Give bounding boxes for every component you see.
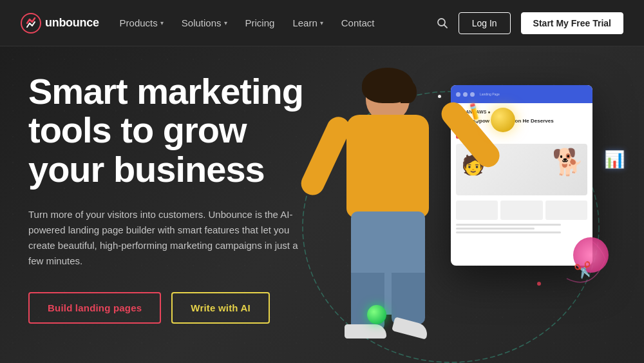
mockup-top-bar: Landing Page bbox=[451, 85, 592, 103]
hero-section: Smart marketing tools to grow your busin… bbox=[0, 46, 644, 363]
mockup-sections bbox=[456, 201, 587, 220]
nav-solutions[interactable]: Solutions ▾ bbox=[182, 17, 227, 28]
logo-link[interactable]: unbounce bbox=[21, 13, 99, 34]
trial-button[interactable]: Start My Free Trial bbox=[521, 12, 623, 34]
mockup-url-bar: Landing Page bbox=[480, 92, 500, 96]
hero-subtext: Turn more of your visitors into customer… bbox=[28, 207, 299, 269]
nav-products[interactable]: Products ▾ bbox=[120, 17, 164, 28]
hair bbox=[362, 68, 413, 103]
shoe-left bbox=[345, 324, 386, 338]
logo-icon bbox=[21, 13, 41, 34]
build-pages-button[interactable]: Build landing pages bbox=[28, 292, 161, 324]
hero-visual: ✏️ ✂️ 📊 Landing Page URBAN PAWS ● Give P… bbox=[283, 46, 644, 363]
nav-links: Products ▾ Solutions ▾ Pricing Learn ▾ C… bbox=[120, 17, 437, 28]
write-ai-button[interactable]: Write with AI bbox=[171, 292, 270, 324]
mockup-footer bbox=[456, 224, 587, 233]
chevron-down-icon: ▾ bbox=[224, 19, 227, 26]
search-button[interactable] bbox=[437, 17, 448, 29]
chevron-down-icon: ▾ bbox=[320, 19, 323, 26]
nav-actions: Log In Start My Free Trial bbox=[437, 12, 623, 34]
hero-buttons: Build landing pages Write with AI bbox=[28, 292, 331, 324]
yellow-ball-deco bbox=[491, 108, 515, 132]
hero-content: Smart marketing tools to grow your busin… bbox=[28, 72, 331, 324]
chart-icon: 📊 bbox=[604, 150, 625, 170]
navigation: unbounce Products ▾ Solutions ▾ Pricing … bbox=[0, 0, 644, 46]
brand-name: unbounce bbox=[45, 16, 99, 30]
chevron-down-icon: ▾ bbox=[160, 19, 164, 26]
nav-contact[interactable]: Contact bbox=[341, 17, 375, 28]
nav-learn[interactable]: Learn ▾ bbox=[292, 17, 323, 28]
search-icon bbox=[437, 17, 448, 29]
login-button[interactable]: Log In bbox=[459, 12, 511, 34]
person-figure bbox=[322, 73, 464, 350]
hero-headline: Smart marketing tools to grow your busin… bbox=[28, 72, 331, 189]
svg-point-0 bbox=[21, 14, 41, 33]
torso bbox=[346, 115, 429, 218]
dog-icon: 🐕 bbox=[552, 147, 584, 177]
green-ball-deco bbox=[367, 305, 386, 324]
nav-pricing[interactable]: Pricing bbox=[245, 17, 275, 28]
